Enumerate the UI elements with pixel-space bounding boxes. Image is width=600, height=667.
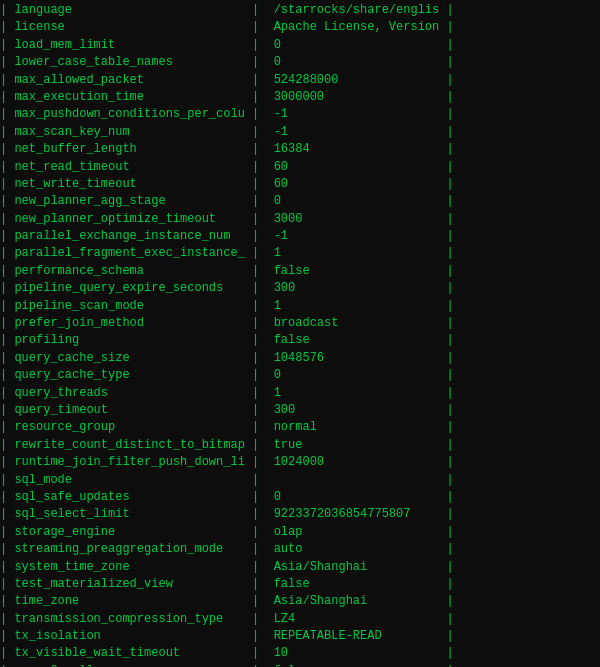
terminal: | language | /starrocks/share/englis | |…	[0, 0, 600, 667]
query-output: | language | /starrocks/share/englis | |…	[0, 2, 600, 667]
